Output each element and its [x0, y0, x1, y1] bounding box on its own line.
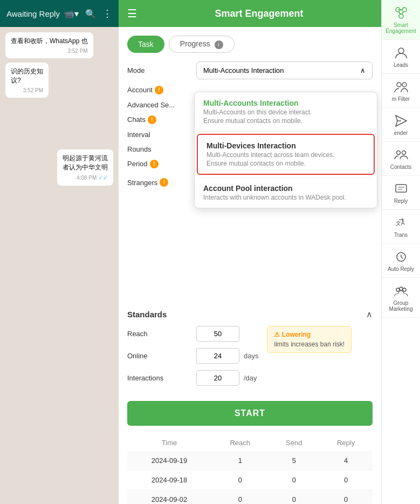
tab-task[interactable]: Task	[127, 36, 164, 53]
mode-value: Multi-Accounts Interaction	[203, 66, 284, 74]
sidebar-label: Trans	[394, 232, 408, 238]
cell-reach: 0	[211, 489, 268, 504]
leads-icon	[394, 45, 409, 60]
bubble-text: 识的历史知议?	[11, 67, 43, 84]
main-content: ☰ Smart Engagement Task Progress i Mode …	[119, 0, 381, 504]
chat-panel: Awaiting Reply 📹▾ 🔍 ⋮ 查看和收听，WhatsApp 也 3…	[0, 0, 119, 504]
svg-text:文: 文	[396, 220, 401, 226]
bubble-time: 3:52 PM	[11, 87, 43, 93]
interactions-input[interactable]	[196, 370, 239, 386]
mode-label: Mode	[127, 66, 192, 74]
svg-point-21	[400, 287, 403, 290]
chevron-up-icon: ∧	[360, 66, 366, 74]
main-header: ☰ Smart Engagement	[119, 0, 381, 27]
cell-reply: 0	[319, 470, 373, 489]
bubble-time: 3:52 PM	[11, 48, 88, 54]
mode-row: Mode Multi-Accounts Interaction ∧	[127, 62, 373, 79]
cell-time: 2024-09-19	[127, 451, 211, 471]
sidebar-item-leads[interactable]: Leads	[382, 40, 420, 74]
dropdown-item-multi-devices[interactable]: Multi-Devices Interaction Multi-Accounts…	[197, 134, 375, 175]
sidebar-item-group-marketing[interactable]: GroupMarketing	[382, 278, 420, 318]
bubble-time: 4:08 PM ✓✓	[63, 174, 108, 181]
dropdown-item-desc2: Ensure mutual contacts on mobile.	[206, 160, 365, 167]
search-icon[interactable]: 🔍	[85, 9, 96, 19]
cell-send: 0	[268, 489, 319, 504]
sidebar-label: Reply	[394, 198, 408, 204]
account-label: Account !	[127, 86, 192, 94]
sidebar-label: Contacts	[390, 164, 411, 170]
online-unit: days	[244, 352, 258, 360]
dropdown-item-desc1: Interacts with unknown accounts in WADes…	[203, 194, 368, 201]
svg-point-19	[396, 288, 400, 291]
bubble-text: 明起源于黄河流者认为中华文明	[63, 154, 108, 171]
rounds-label: Rounds	[127, 145, 192, 153]
trans-icon: 文 A	[394, 215, 409, 230]
col-send: Send	[268, 434, 319, 451]
interactions-row: Interactions /day	[127, 370, 258, 386]
dropdown-item-multi-accounts[interactable]: Multi-Accounts Interaction Multi-Account…	[195, 92, 377, 131]
main-body: Task Progress i Mode Multi-Accounts Inte…	[119, 27, 381, 504]
online-label: Online	[127, 352, 192, 360]
svg-rect-13	[396, 185, 407, 192]
chat-bubble: 识的历史知议? 3:52 PM	[5, 63, 49, 98]
dropdown-item-account-pool[interactable]: Account Pool interaction Interacts with …	[195, 178, 377, 208]
dropdown-item-desc1: Multi-Accounts on this device interact.	[203, 108, 368, 116]
reply-icon	[394, 181, 409, 196]
bubble-text: 查看和收听，WhatsApp 也	[11, 37, 88, 45]
chevron-up-icon[interactable]: ∧	[366, 309, 373, 319]
sidebar-label: GroupMarketing	[389, 300, 413, 312]
cell-reach: 0	[211, 470, 268, 489]
mode-select[interactable]: Multi-Accounts Interaction ∧	[196, 62, 373, 79]
cell-time: 2024-09-18	[127, 470, 211, 489]
reach-input[interactable]	[196, 326, 239, 342]
hamburger-icon[interactable]: ☰	[127, 7, 137, 20]
warning-box: ⚠ Lowering limits increases ban risk!	[267, 326, 352, 353]
sidebar-item-auto-reply[interactable]: Auto Reply	[382, 244, 420, 278]
sidebar-label: Auto Reply	[388, 266, 414, 272]
sidebar-item-smart-engagement[interactable]: SmartEngagement	[382, 0, 420, 40]
chats-label: Chats !	[127, 115, 192, 124]
tab-progress[interactable]: Progress i	[169, 36, 235, 53]
reach-label: Reach	[127, 330, 192, 338]
chat-header-icons: 📹▾ 🔍 ⋮	[64, 8, 112, 19]
chat-bubble: 明起源于黄河流者认为中华文明 4:08 PM ✓✓	[57, 149, 113, 186]
cell-time: 2024-09-02	[127, 489, 211, 504]
chat-title: Awaiting Reply	[6, 9, 60, 18]
chat-bubble: 查看和收听，WhatsApp 也 3:52 PM	[5, 32, 93, 58]
data-table: Time Reach Send Reply 2024-09-191542024-…	[127, 434, 373, 505]
sidebar-item-trans[interactable]: 文 A Trans	[382, 210, 420, 244]
cell-reply: 4	[319, 451, 373, 471]
reach-row: Reach	[127, 326, 258, 342]
smart-engagement-icon	[394, 5, 409, 21]
strangers-label: Strangers !	[127, 178, 192, 187]
standards-section-header: Standards ∧	[127, 309, 373, 319]
dropdown-item-title: Multi-Accounts Interaction	[203, 99, 368, 107]
interval-label: Interval	[127, 131, 192, 139]
interactions-label: Interactions	[127, 374, 192, 382]
sidebar-item-team-filter[interactable]: m Filter	[382, 74, 420, 108]
dropdown-item-desc2: Ensure mutual contacts on mobile.	[203, 117, 368, 125]
cell-reach: 1	[211, 451, 268, 471]
svg-point-12	[402, 151, 405, 155]
cell-send: 5	[268, 451, 319, 471]
sidebar-item-reply[interactable]: Reply	[382, 176, 420, 210]
advanced-settings-label: Advanced Se...	[127, 101, 192, 109]
sidebar-item-sender[interactable]: ender	[382, 108, 420, 142]
online-input[interactable]	[196, 348, 239, 364]
col-time: Time	[127, 434, 211, 451]
right-sidebar: SmartEngagement Leads m Filter ender	[381, 0, 420, 504]
more-icon[interactable]: ⋮	[102, 8, 112, 19]
sidebar-item-contacts[interactable]: Contacts	[382, 142, 420, 176]
start-button[interactable]: START	[127, 401, 373, 426]
auto-reply-icon	[394, 249, 409, 264]
svg-point-8	[397, 83, 401, 87]
chats-info-badge: !	[148, 115, 156, 124]
mode-dropdown: Multi-Accounts Interaction Multi-Account…	[194, 92, 377, 208]
sidebar-label: ender	[394, 130, 408, 136]
video-icon[interactable]: 📹▾	[64, 9, 79, 19]
sidebar-label: m Filter	[392, 96, 410, 102]
contacts-icon	[394, 147, 409, 162]
svg-point-9	[402, 83, 407, 87]
account-info-badge: !	[155, 86, 163, 94]
team-filter-icon	[394, 79, 409, 94]
